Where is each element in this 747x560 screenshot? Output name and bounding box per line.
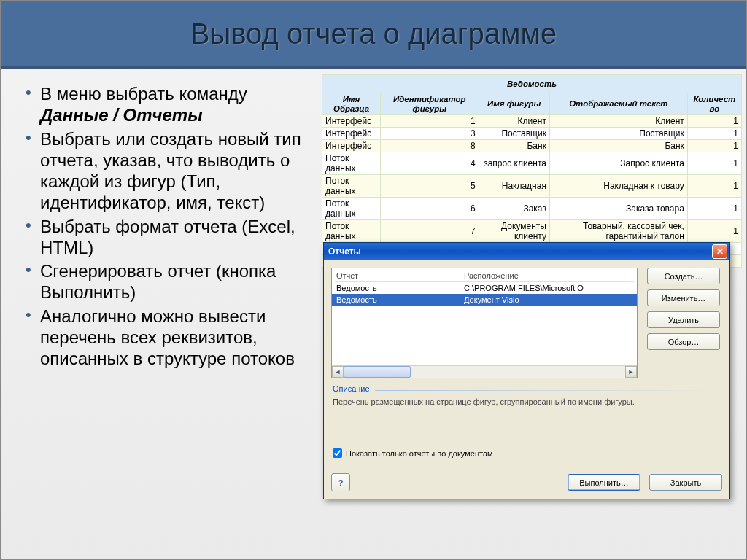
table-cell: 1 (687, 175, 741, 198)
list-col-location: Расположение (464, 271, 632, 280)
help-icon[interactable]: ? (331, 473, 350, 491)
sheet-title: Ведомость (322, 75, 742, 93)
edit-button[interactable]: Изменить… (647, 289, 720, 306)
table-cell: 4 (381, 152, 479, 175)
table-cell: 1 (687, 115, 741, 128)
scroll-right-icon[interactable]: ► (625, 366, 637, 378)
list-item-location: Документ Visio (464, 295, 632, 304)
table-cell: Интерфейс (322, 128, 381, 140)
table-cell: Клиент (479, 115, 549, 128)
table-cell: 1 (381, 115, 479, 128)
table-cell: Заказ (479, 198, 549, 220)
description-text: Перечень размещенных на странице фигур, … (331, 396, 722, 443)
show-only-doc-reports-checkbox[interactable] (333, 448, 342, 458)
table-cell: 1 (687, 220, 741, 243)
close-icon[interactable]: ✕ (712, 244, 727, 259)
create-button[interactable]: Создать… (647, 268, 720, 284)
table-cell: Накладная к товару (549, 175, 687, 198)
dialog-title-text: Отчеты (328, 246, 361, 257)
bullet-item: Сгенерировать отчет (кнопка Выполнить) (23, 260, 314, 303)
table-cell: Поток данных (322, 198, 381, 220)
list-item-name: Ведомость (336, 295, 464, 304)
table-cell: 1 (687, 140, 741, 152)
browse-button[interactable]: Обзор… (647, 333, 720, 350)
table-row: Интерфейс8БанкБанк1 (322, 140, 742, 152)
sheet-column-header: Имя Образца (322, 93, 381, 115)
horizontal-scrollbar[interactable]: ◄ ► (332, 365, 637, 378)
sheet-column-header: Отображаемый текст (549, 93, 687, 115)
table-row: Интерфейс3ПоставщикПоставщик1 (322, 128, 742, 140)
bullet-panel: В меню выбрать команду Данные / ОтчетыВы… (1, 69, 322, 559)
table-cell: 6 (381, 198, 479, 220)
table-cell: Накладная (479, 175, 549, 198)
list-item-location: C:\PROGRAM FILES\Microsoft O (464, 284, 632, 292)
table-cell: Поток данных (322, 175, 381, 198)
table-cell: Поставщик (479, 128, 549, 140)
table-row: Поток данных7Документы клиентуТоварный, … (322, 220, 742, 243)
table-row: Поток данных4запрос клиентаЗапрос клиент… (322, 152, 742, 175)
description-group-label: Описание (333, 384, 721, 393)
table-row: Интерфейс1КлиентКлиент1 (322, 115, 742, 128)
reports-listbox[interactable]: Отчет Расположение ВедомостьC:\PROGRAM F… (331, 268, 638, 378)
bullet-item: Аналогично можно вывести перечень всех р… (23, 306, 314, 370)
table-cell: Поток данных (322, 152, 381, 175)
spreadsheet: Ведомость Имя ОбразцаИдентификатор фигур… (322, 74, 742, 268)
table-cell: 7 (381, 220, 479, 243)
sheet-column-header: Идентификатор фигуры (381, 93, 479, 115)
table-cell: 1 (687, 128, 741, 140)
slide-title-bar: Вывод отчета о диаграмме (1, 1, 746, 69)
table-cell: 3 (381, 128, 479, 140)
bullet-item: В меню выбрать команду Данные / Отчеты (23, 83, 314, 126)
bullet-item: Выбрать формат отчета (Excel, HTML) (23, 216, 314, 259)
table-cell: Запрос клиента (549, 152, 687, 175)
list-item-name: Ведомость (336, 284, 464, 292)
table-cell: Товарный, кассовый чек, гарантийный тало… (549, 220, 687, 243)
bullet-item: Выбрать или создать новый тип отчета, ук… (23, 128, 314, 214)
table-cell: Банк (549, 140, 687, 152)
checkbox-label: Показать только отчеты по документам (346, 449, 493, 458)
list-item[interactable]: ВедомостьC:\PROGRAM FILES\Microsoft O (332, 282, 637, 294)
table-cell: 8 (381, 140, 479, 152)
table-cell: 1 (687, 152, 741, 175)
run-button[interactable]: Выполнить… (568, 474, 640, 491)
table-cell: Интерфейс (322, 115, 381, 128)
slide-title: Вывод отчета о диаграмме (190, 18, 557, 50)
table-cell: 5 (381, 175, 479, 198)
slide: Вывод отчета о диаграмме В меню выбрать … (0, 0, 747, 560)
table-cell: Клиент (549, 115, 687, 128)
table-cell: Поток данных (322, 220, 381, 243)
reports-dialog: Отчеты ✕ Отчет Расположение ВедомостьC:\… (323, 242, 730, 499)
table-cell: Банк (479, 140, 549, 152)
table-cell: Заказа товара (549, 198, 687, 220)
scroll-thumb[interactable] (344, 366, 411, 378)
scroll-left-icon[interactable]: ◄ (332, 366, 344, 378)
sheet-column-header: Имя фигуры (479, 93, 549, 115)
table-row: Поток данных6ЗаказЗаказа товара1 (322, 198, 742, 220)
dialog-titlebar[interactable]: Отчеты ✕ (324, 243, 729, 260)
table-cell: 1 (687, 198, 741, 220)
table-cell: запрос клиента (479, 152, 549, 175)
list-col-report: Отчет (336, 271, 464, 280)
delete-button[interactable]: Удалить (647, 311, 720, 328)
table-cell: Поставщик (549, 128, 687, 140)
table-row: Поток данных5НакладнаяНакладная к товару… (322, 175, 742, 198)
table-cell: Документы клиенту (479, 220, 549, 243)
sheet-column-header: Количест во (687, 93, 741, 115)
list-item[interactable]: ВедомостьДокумент Visio (332, 294, 637, 306)
table-cell: Интерфейс (322, 140, 381, 152)
close-button[interactable]: Закрыть (649, 474, 722, 491)
